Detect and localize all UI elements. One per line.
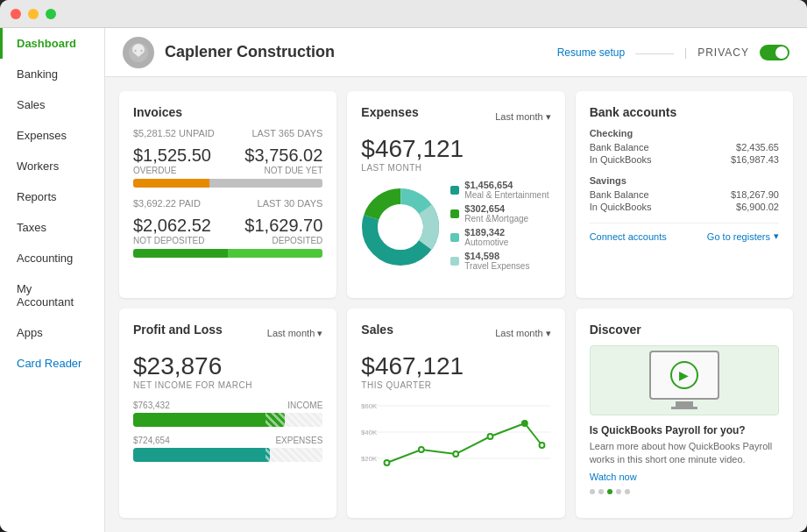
sidebar-item-apps[interactable]: Apps — [0, 317, 104, 348]
play-button[interactable]: ▶ — [670, 361, 698, 389]
svg-text:$60K: $60K — [361, 402, 378, 410]
dot-2[interactable] — [598, 489, 604, 494]
legend-item-2: $189,342 Automotive — [450, 227, 549, 247]
dot-4[interactable] — [616, 489, 621, 494]
not-deposited-amount: $2,062.52 — [133, 216, 211, 236]
discover-card-text: Learn more about how QuickBooks Payroll … — [590, 440, 779, 467]
savings-bank-balance-row: Bank Balance $18,267.90 — [590, 189, 779, 200]
expenses-bar-row: $724,654 EXPENSES — [133, 436, 322, 462]
pnl-card-header: Profit and Loss Last month ▾ — [133, 323, 322, 345]
overdue-label: OVERDUE — [133, 166, 211, 175]
monitor-frame: ▶ — [649, 351, 719, 400]
expenses-period[interactable]: Last month ▾ — [495, 111, 550, 123]
carousel-dots — [590, 489, 630, 494]
sidebar-item-card-reader[interactable]: Card Reader — [0, 348, 104, 379]
svg-point-17 — [488, 434, 493, 439]
minimize-dot[interactable] — [28, 9, 39, 19]
invoice-last30: LAST 30 DAYS — [258, 198, 323, 209]
income-bar-fill — [133, 413, 285, 427]
sidebar-item-taxes[interactable]: Taxes — [0, 212, 104, 243]
sidebar-item-sales[interactable]: Sales — [0, 89, 104, 120]
svg-point-15 — [419, 447, 424, 452]
legend-dot-3 — [450, 257, 459, 266]
main-area: Caplener Construction Resume setup ———— … — [105, 28, 807, 532]
income-bar-row: $763,432 INCOME — [133, 401, 322, 427]
sales-period[interactable]: Last month ▾ — [495, 328, 550, 339]
discover-title: Discover — [590, 323, 641, 337]
legend-item-1: $302,654 Rent &Mortgage — [450, 203, 549, 223]
checking-bank-balance: $2,435.65 — [736, 142, 779, 153]
connect-accounts-link[interactable]: Connect accounts — [590, 231, 667, 242]
expenses-card: Expenses Last month ▾ $467,121 LAST MONT… — [347, 91, 564, 298]
savings-qb-value: $6,900.02 — [736, 202, 779, 212]
overdue-amount: $1,525.50 — [133, 145, 211, 166]
not-deposited-label: NOT DEPOSITED — [133, 236, 211, 245]
invoice-row-overdue: $1,525.50 OVERDUE $3,756.02 NOT DUE YET — [133, 145, 322, 175]
checking-qb-row: In QuickBooks $16,987.43 — [590, 154, 779, 165]
income-amount: $763,432 — [133, 401, 170, 410]
invoices-card: Invoices $5,281.52 UNPAID LAST 365 DAYS … — [119, 91, 336, 298]
pnl-amount: $23,876 — [133, 352, 322, 380]
privacy-label: PRIVACY — [697, 46, 749, 59]
go-to-registers-link[interactable]: Go to registers ▾ — [707, 231, 779, 242]
dot-5[interactable] — [625, 489, 630, 494]
svg-point-2 — [140, 49, 142, 51]
expenses-amount: $467,121 — [361, 135, 550, 163]
pnl-period[interactable]: Last month ▾ — [267, 328, 322, 339]
maximize-dot[interactable] — [46, 9, 56, 19]
sidebar-item-accounting[interactable]: Accounting — [0, 243, 104, 273]
bar-orange — [133, 179, 209, 188]
bar-green2 — [228, 249, 322, 258]
savings-qb-row: In QuickBooks $6,900.02 — [590, 202, 779, 212]
deposited-amount: $1,629.70 — [244, 216, 322, 236]
close-dot[interactable] — [11, 9, 21, 19]
svg-point-1 — [134, 49, 136, 51]
video-thumbnail[interactable]: ▶ — [590, 345, 779, 415]
svg-point-18 — [522, 421, 527, 426]
svg-text:$40K: $40K — [361, 429, 378, 436]
sales-subtitle: THIS QUARTER — [361, 380, 550, 390]
overdue-bar — [133, 179, 322, 188]
pnl-subtitle: NET INCOME FOR MARCH — [133, 380, 322, 390]
resume-setup-link[interactable]: Resume setup — [557, 46, 625, 59]
checking-section: Checking Bank Balance $2,435.65 In Quick… — [590, 128, 779, 165]
svg-text:$20K: $20K — [361, 455, 378, 463]
savings-bank-balance: $18,267.90 — [731, 189, 779, 200]
expenses-legend: $1,456,654 Meal & Entertainment $302,654… — [450, 180, 549, 274]
savings-label: Savings — [590, 175, 779, 186]
app-body: Dashboard Banking Sales Expenses Workers… — [0, 28, 807, 532]
invoice-unpaid-header: $5,281.52 UNPAID LAST 365 DAYS — [133, 128, 322, 138]
donut-container: $1,456,654 Meal & Entertainment $302,654… — [361, 180, 550, 274]
savings-section: Savings Bank Balance $18,267.90 In Quick… — [590, 175, 779, 212]
not-due-amount: $3,756.02 — [244, 145, 322, 166]
expenses-card-header: Expenses Last month ▾ — [361, 105, 550, 128]
expenses-bar-fill — [133, 448, 270, 462]
income-label-row: $763,432 INCOME — [133, 401, 322, 410]
privacy-toggle[interactable] — [760, 45, 789, 60]
company-icon — [123, 37, 154, 68]
invoice-unpaid-amount: $5,281.52 UNPAID — [133, 128, 215, 138]
sidebar-item-dashboard[interactable]: Dashboard — [0, 28, 104, 59]
sales-card-header: Sales Last month ▾ — [361, 323, 550, 345]
dot-3[interactable] — [607, 489, 612, 494]
discover-card-title: Is QuickBooks Payroll for you? — [590, 424, 746, 436]
sidebar-item-my-accountant[interactable]: My Accountant — [0, 273, 104, 317]
discover-card: Discover ▶ Is QuickBooks Payroll for you… — [576, 309, 793, 518]
invoice-row-deposited: $2,062.52 NOT DEPOSITED $1,629.70 DEPOSI… — [133, 216, 322, 245]
sidebar-item-workers[interactable]: Workers — [0, 151, 104, 181]
monitor-base — [671, 407, 697, 409]
app-header: Caplener Construction Resume setup ———— … — [105, 28, 807, 77]
sidebar-item-reports[interactable]: Reports — [0, 181, 104, 212]
app-window: Dashboard Banking Sales Expenses Workers… — [0, 0, 807, 532]
legend-dot-0 — [450, 186, 459, 195]
dashboard-content: Invoices $5,281.52 UNPAID LAST 365 DAYS … — [105, 77, 807, 532]
sidebar-item-expenses[interactable]: Expenses — [0, 120, 104, 151]
bank-accounts-card: Bank accounts Checking Bank Balance $2,4… — [576, 91, 793, 298]
sidebar-item-banking[interactable]: Banking — [0, 59, 104, 89]
savings-bank-balance-label: Bank Balance — [590, 189, 649, 200]
legend-item-0: $1,456,654 Meal & Entertainment — [450, 180, 549, 200]
expenses-pnl-amount: $724,654 — [133, 436, 170, 445]
watch-now-link[interactable]: Watch now — [590, 472, 637, 482]
dot-1[interactable] — [590, 489, 595, 494]
expenses-pnl-label: EXPENSES — [275, 436, 322, 445]
